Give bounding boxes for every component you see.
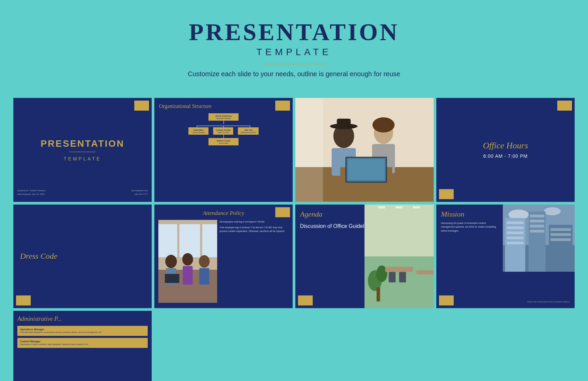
svg-point-7 [373, 117, 395, 133]
admin-role-1-desc: Oversees task delegation, productivity t… [20, 331, 145, 334]
slide-administrative[interactable]: Administrative P... Operations Manager O… [13, 311, 152, 381]
svg-rect-17 [202, 224, 217, 257]
jake-name: Jake Ale [244, 129, 252, 131]
org-title: Organizational Structure [159, 103, 288, 109]
svg-rect-4 [337, 119, 350, 129]
admin-role-1: Operations Manager Oversees task delegat… [17, 326, 148, 336]
admin-role-1-title: Operations Manager [20, 328, 145, 331]
svg-rect-34 [399, 272, 406, 282]
header-divider [261, 64, 327, 64]
gold-corner-tr [134, 101, 149, 111]
svg-point-23 [199, 255, 209, 267]
org-box-robert: Robert Leash Team Leader [208, 138, 239, 145]
cover-footer-right: abccompany.com 222-555-7777 [131, 189, 148, 196]
office-hours-title: Office Hours [483, 141, 528, 151]
att-para2: If the employee logs in between 7:01 AM … [220, 226, 289, 233]
ceo-role: Operations Manager [211, 117, 236, 119]
amie-name: Amie Blue [193, 129, 203, 131]
svg-rect-31 [385, 267, 413, 272]
phone: 222-555-7777 [134, 193, 148, 196]
org-box-jake: Jake Ale Marketing Specialist [238, 127, 259, 135]
connor-name: Connor Oyaha [216, 129, 231, 131]
connor-role: Editor-In-Chief [216, 131, 231, 133]
svg-point-21 [182, 253, 193, 265]
gold-corner-bl-dress [16, 295, 31, 305]
svg-rect-43 [507, 221, 524, 224]
org-level-0: Derek Fritsberg Operations Manager [159, 113, 288, 121]
slide-dress-code[interactable]: Dress Code [13, 205, 152, 308]
svg-point-19 [165, 255, 177, 268]
slide-cover[interactable]: PRESENTATION TEMPLATE prepared by: Naomi… [13, 98, 152, 202]
tagline: Customize each slide to your needs, outl… [7, 70, 581, 78]
cover-footer: prepared by: Naomi Colinares Date Prepar… [17, 189, 148, 196]
cover-title: PRESENTATION [40, 138, 124, 149]
gold-corner-tr-att [275, 207, 290, 217]
sub-title: TEMPLATE [7, 47, 581, 57]
att-image [158, 220, 217, 303]
gold-corner-bl-mission [439, 295, 454, 305]
ceo-name: Derek Fritsberg [215, 115, 232, 117]
gold-corner-tr-office [557, 101, 572, 111]
gold-corner-tr-org [275, 101, 290, 111]
svg-rect-13 [295, 98, 323, 202]
admin-title: Administrative P... [17, 315, 148, 323]
slide-attendance[interactable]: Attendance Policy [154, 205, 293, 308]
svg-rect-51 [530, 225, 544, 227]
attendance-title: Attendance Policy [158, 210, 289, 217]
org-h-bar [188, 124, 259, 127]
svg-rect-46 [507, 236, 524, 239]
org-tree: Derek Fritsberg Operations Manager Amie … [159, 113, 288, 145]
svg-rect-47 [507, 241, 524, 244]
att-content: All employees must log in not beyond 7:0… [158, 220, 289, 303]
main-title: PRESENTATION [7, 20, 581, 44]
jake-role: Marketing Specialist [241, 131, 256, 133]
org-box-ceo: Derek Fritsberg Operations Manager [208, 113, 239, 121]
gold-corner-bl-office [439, 189, 454, 199]
org-level-3: Robert Leash Team Leader [159, 138, 288, 145]
dress-code-title: Dress Code [20, 252, 57, 261]
slide-office-hours[interactable]: Office Hours 6:00 AM - 7:00 PM [436, 98, 575, 202]
att-para1: All employees must log in not beyond 7:0… [220, 220, 289, 224]
slide-org-structure[interactable]: Organizational Structure Derek Fritsberg… [154, 98, 293, 202]
svg-rect-42 [505, 218, 525, 272]
svg-rect-52 [530, 230, 544, 232]
office-hours-value: 6:00 AM - 7:00 PM [483, 153, 528, 159]
cover-footer-left: prepared by: Naomi Colinares Date Prepar… [17, 189, 46, 196]
cover-subtitle: TEMPLATE [64, 156, 102, 161]
svg-rect-12 [348, 159, 385, 180]
org-level-2: Amie Blue Content Manager Connor Oyaha E… [188, 127, 259, 135]
svg-rect-36 [396, 206, 403, 208]
svg-rect-44 [507, 226, 524, 229]
website: abccompany.com [131, 189, 148, 192]
svg-rect-49 [530, 215, 544, 217]
svg-rect-22 [183, 266, 193, 284]
cover-divider [69, 152, 96, 152]
date-prepared: Date Prepared: July 30, 2055 [17, 193, 44, 196]
svg-rect-33 [389, 272, 396, 282]
slide-photo[interactable] [295, 98, 434, 202]
mission-caption: Mission that would resonate with our cli… [498, 301, 570, 303]
att-text-block: All employees must log in not beyond 7:0… [220, 220, 289, 303]
svg-rect-45 [507, 231, 524, 234]
agenda-photo [364, 205, 434, 308]
svg-rect-37 [413, 206, 420, 208]
robert-name: Robert Leash [217, 139, 231, 142]
org-box-connor: Connor Oyaha Editor-In-Chief [213, 127, 233, 135]
svg-rect-16 [179, 224, 200, 257]
prepared-by-label: prepared by: [17, 189, 29, 192]
people-scene [295, 98, 434, 202]
slide-agenda[interactable]: Agenda Discussion of Office Guidelines [295, 205, 434, 308]
admin-role-2: Content Manager Supervision of team memb… [17, 338, 148, 348]
svg-rect-56 [551, 238, 571, 241]
mission-text: Harnessing the power of innovative conte… [441, 221, 499, 233]
mission-photo [503, 205, 575, 272]
svg-rect-24 [199, 268, 209, 285]
svg-rect-55 [551, 233, 571, 236]
svg-rect-54 [551, 228, 571, 231]
slide-mission[interactable]: Mission Harnessing the power of innovati… [436, 205, 575, 308]
gold-corner-bl-agenda [298, 295, 313, 305]
amie-role: Content Manager [191, 131, 206, 133]
svg-rect-30 [377, 287, 380, 301]
svg-rect-50 [530, 220, 544, 222]
svg-rect-32 [416, 270, 434, 274]
